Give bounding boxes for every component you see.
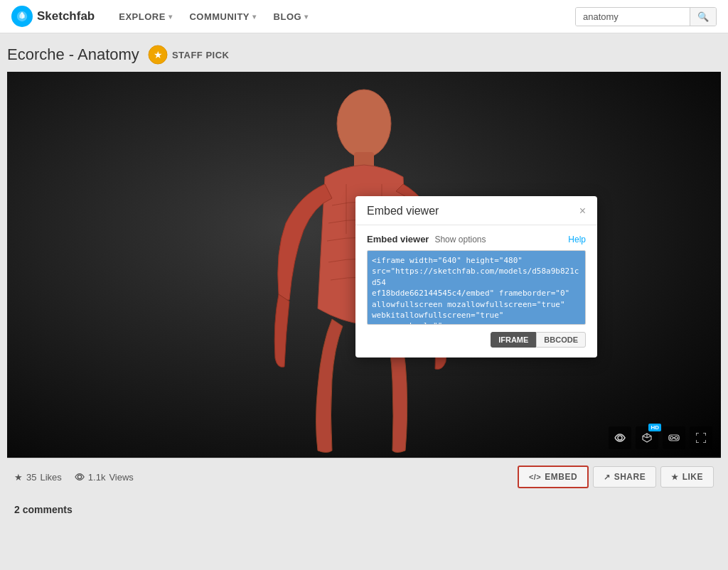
- search-bar: 🔍: [575, 7, 717, 26]
- search-input[interactable]: [576, 8, 690, 26]
- staff-pick-text: STAFF PICK: [172, 50, 230, 60]
- embed-code-icon: </>: [529, 473, 541, 481]
- likes-stat: ★ 35 Likes: [14, 472, 62, 483]
- viewer-container[interactable]: Embed viewer × Embed viewer Show options…: [7, 72, 721, 458]
- nav-item-explore[interactable]: EXPLORE ▾: [112, 7, 179, 26]
- views-count: 1.1k: [88, 472, 106, 483]
- embed-viewer-label: Embed viewer: [367, 234, 429, 244]
- views-eye-icon: [75, 472, 85, 482]
- action-buttons: </> EMBED ↗ SHARE ★ LIKE: [518, 466, 714, 488]
- embed-options-row: Embed viewer Show options Help: [367, 234, 586, 244]
- like-star-icon: ★: [671, 473, 679, 482]
- navbar: Sketchfab EXPLORE ▾ COMMUNITY ▾ BLOG ▾ 🔍: [0, 0, 728, 33]
- nav-item-community[interactable]: COMMUNITY ▾: [182, 7, 263, 26]
- svg-point-14: [77, 475, 81, 478]
- embed-modal: Embed viewer × Embed viewer Show options…: [355, 196, 597, 357]
- modal-header: Embed viewer ×: [355, 196, 597, 225]
- views-stat: 1.1k Views: [75, 472, 134, 483]
- community-chevron: ▾: [252, 13, 257, 21]
- comments-area: 2 comments: [7, 495, 721, 529]
- content-area: Ecorche - Anatomy ★ STAFF PICK: [0, 33, 728, 537]
- likes-star-icon: ★: [14, 472, 23, 483]
- explore-chevron: ▾: [168, 13, 173, 21]
- staff-pick-badge: ★ STAFF PICK: [148, 45, 230, 65]
- share-button-label: SHARE: [614, 472, 646, 482]
- share-icon: ↗: [604, 473, 611, 482]
- share-button[interactable]: ↗ SHARE: [593, 466, 656, 488]
- modal-overlay: Embed viewer × Embed viewer Show options…: [7, 72, 721, 458]
- stats-area: ★ 35 Likes 1.1k Views: [14, 472, 134, 483]
- page-title: Ecorche - Anatomy: [7, 45, 139, 64]
- likes-label: Likes: [40, 472, 61, 483]
- bottom-bar: ★ 35 Likes 1.1k Views </> EMBED ↗ SHARE: [7, 458, 721, 495]
- logo-icon: [11, 6, 33, 27]
- nav-items: EXPLORE ▾ COMMUNITY ▾ BLOG ▾: [112, 7, 575, 26]
- page-title-row: Ecorche - Anatomy ★ STAFF PICK: [7, 45, 721, 65]
- close-icon[interactable]: ×: [579, 205, 586, 217]
- blog-chevron: ▾: [304, 13, 309, 21]
- embed-button[interactable]: </> EMBED: [518, 466, 589, 488]
- logo[interactable]: Sketchfab: [11, 6, 95, 27]
- like-button[interactable]: ★ LIKE: [660, 466, 714, 488]
- embed-format-row: IFRAME BBCODE: [367, 332, 586, 348]
- nav-item-blog[interactable]: BLOG ▾: [267, 7, 316, 26]
- like-button-label: LIKE: [682, 472, 703, 482]
- comments-title: 2 comments: [14, 504, 714, 515]
- modal-title: Embed viewer: [367, 205, 439, 217]
- views-label: Views: [109, 472, 133, 483]
- iframe-format-button[interactable]: IFRAME: [491, 332, 536, 348]
- modal-body: Embed viewer Show options Help <iframe w…: [355, 225, 597, 357]
- likes-count: 35: [26, 472, 36, 483]
- logo-text: Sketchfab: [37, 9, 95, 23]
- embed-button-label: EMBED: [545, 472, 577, 482]
- bbcode-format-button[interactable]: BBCODE: [536, 332, 586, 348]
- search-button[interactable]: 🔍: [690, 8, 716, 26]
- embed-code-textarea[interactable]: <iframe width="640" height="480" src="ht…: [367, 250, 586, 325]
- show-options-link[interactable]: Show options: [434, 235, 486, 244]
- svg-text:★: ★: [153, 49, 162, 60]
- help-link[interactable]: Help: [568, 235, 586, 244]
- staff-pick-icon: ★: [148, 45, 168, 65]
